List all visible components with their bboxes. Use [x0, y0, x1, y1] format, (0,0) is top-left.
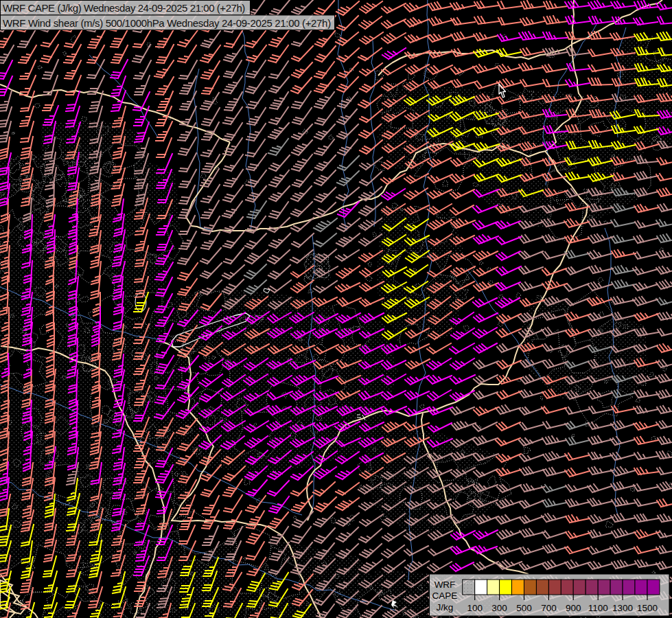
svg-text:900: 900	[566, 603, 581, 613]
svg-text:WRF Wind shear (m/s) 500/1000h: WRF Wind shear (m/s) 500/1000hPa Wednesd…	[3, 17, 331, 29]
svg-text:100: 100	[467, 603, 483, 613]
svg-text:WRF CAPE (J/kg) Wednesday 24-0: WRF CAPE (J/kg) Wednesday 24-09-2025 21:…	[3, 2, 245, 14]
svg-text:1300: 1300	[612, 603, 633, 613]
svg-text:1500: 1500	[637, 603, 658, 613]
svg-text:CAPE: CAPE	[432, 591, 458, 601]
svg-text:300: 300	[491, 603, 507, 613]
svg-text:1100: 1100	[588, 603, 608, 613]
svg-text:700: 700	[541, 603, 557, 613]
svg-text:J/kg: J/kg	[437, 602, 454, 613]
svg-text:WRF: WRF	[435, 580, 456, 590]
svg-text:500: 500	[516, 603, 532, 613]
